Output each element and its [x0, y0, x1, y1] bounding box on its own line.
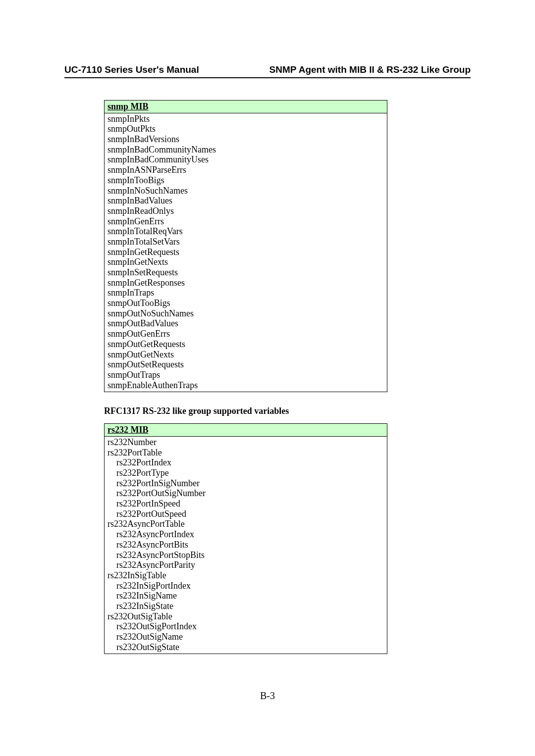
mib-row: rs232AsyncPortIndex — [107, 529, 384, 540]
snmp-mib-table: snmp MIB snmpInPktssnmpOutPktssnmpInBadV… — [104, 100, 387, 392]
mib-row: snmpInBadVersions — [107, 134, 384, 145]
mib-row: rs232AsyncPortBits — [107, 540, 384, 550]
mib-row: snmpOutTraps — [107, 370, 384, 380]
mib-row: snmpInGetResponses — [107, 278, 384, 288]
mib-row: snmpOutGenErrs — [107, 329, 384, 339]
mib-row: rs232Number — [107, 437, 384, 448]
rs232-mib-body: rs232Numberrs232PortTablers232PortIndexr… — [105, 437, 387, 654]
mib-row: snmpInTraps — [107, 288, 384, 298]
mib-row: snmpInBadCommunityUses — [107, 154, 384, 165]
mib-row: snmpInASNParseErrs — [107, 165, 384, 175]
page-header: UC-7110 Series User's Manual SNMP Agent … — [64, 64, 471, 78]
mib-row: rs232PortOutSigNumber — [107, 488, 384, 499]
mib-row: snmpInTooBigs — [107, 175, 384, 186]
page-number: B-3 — [0, 690, 535, 702]
mib-row: rs232OutSigState — [107, 642, 384, 653]
mib-row: snmpInNoSuchNames — [107, 186, 384, 196]
mib-row: rs232AsyncPortTable — [107, 519, 384, 529]
mib-row: rs232OutSigTable — [107, 611, 384, 622]
mib-row: rs232PortType — [107, 468, 384, 478]
mib-row: rs232PortInSpeed — [107, 499, 384, 509]
mib-row: snmpInPkts — [107, 114, 384, 124]
mib-row: snmpInBadValues — [107, 196, 384, 206]
mib-row: snmpInBadCommunityNames — [107, 145, 384, 155]
mib-row: snmpInTotalReqVars — [107, 226, 384, 237]
mib-row: snmpInReadOnlys — [107, 206, 384, 216]
mib-row: snmpOutGetNexts — [107, 350, 384, 360]
mib-row: rs232OutSigName — [107, 632, 384, 642]
mib-row: snmpInGetRequests — [107, 247, 384, 257]
mib-row: snmpOutSetRequests — [107, 359, 384, 370]
mib-row: rs232PortInSigNumber — [107, 478, 384, 489]
mib-row: snmpInTotalSetVars — [107, 237, 384, 247]
mib-row: rs232InSigPortIndex — [107, 581, 384, 591]
snmp-mib-header: snmp MIB — [105, 101, 387, 113]
mib-row: rs232AsyncPortParity — [107, 560, 384, 570]
rs232-section-title: RFC1317 RS-232 like group supported vari… — [104, 406, 471, 416]
rs232-mib-header: rs232 MIB — [105, 424, 387, 437]
mib-row: snmpInGetNexts — [107, 257, 384, 267]
mib-row: snmpInSetRequests — [107, 267, 384, 278]
mib-row: snmpOutNoSuchNames — [107, 308, 384, 319]
mib-row: snmpEnableAuthenTraps — [107, 380, 384, 391]
mib-row: snmpOutTooBigs — [107, 298, 384, 308]
mib-row: snmpInGenErrs — [107, 216, 384, 227]
header-left: UC-7110 Series User's Manual — [64, 64, 199, 75]
mib-row: rs232InSigState — [107, 601, 384, 611]
page: UC-7110 Series User's Manual SNMP Agent … — [0, 0, 535, 756]
rs232-mib-table: rs232 MIB rs232Numberrs232PortTablers232… — [104, 423, 387, 654]
mib-row: rs232PortOutSpeed — [107, 509, 384, 519]
mib-row: rs232InSigName — [107, 591, 384, 601]
mib-row: rs232PortIndex — [107, 457, 384, 468]
mib-row: snmpOutBadValues — [107, 318, 384, 329]
snmp-mib-body: snmpInPktssnmpOutPktssnmpInBadVersionssn… — [105, 113, 387, 392]
mib-row: snmpOutGetRequests — [107, 339, 384, 350]
content-area: snmp MIB snmpInPktssnmpOutPktssnmpInBadV… — [104, 100, 471, 654]
mib-row: snmpOutPkts — [107, 124, 384, 134]
mib-row: rs232PortTable — [107, 448, 384, 458]
header-right: SNMP Agent with MIB II & RS-232 Like Gro… — [269, 64, 471, 75]
mib-row: rs232InSigTable — [107, 570, 384, 581]
mib-row: rs232OutSigPortIndex — [107, 621, 384, 632]
mib-row: rs232AsyncPortStopBits — [107, 550, 384, 560]
